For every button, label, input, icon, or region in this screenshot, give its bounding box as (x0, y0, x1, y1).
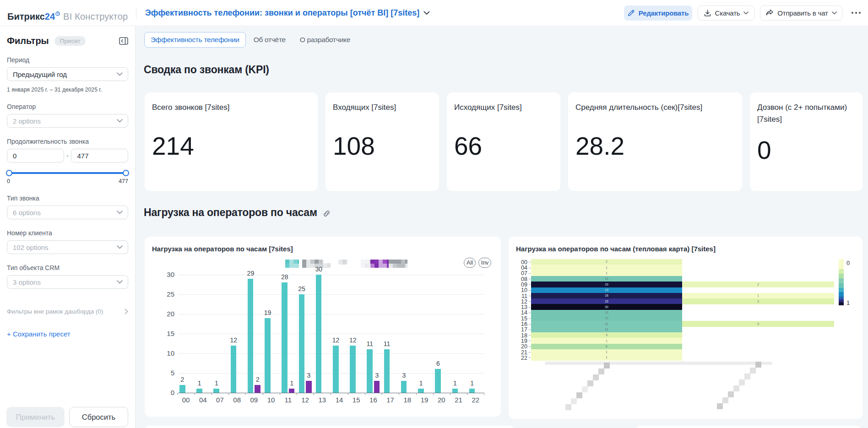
gridline (178, 353, 484, 354)
bar-series-1 (469, 389, 475, 393)
heatmap-x-label-redacted-2 (755, 362, 761, 368)
y-axis-label: 10 (159, 350, 174, 357)
bar-value-label: 3 (396, 372, 412, 379)
gridline (178, 314, 484, 314)
colorbar-step (839, 269, 844, 274)
bar-value-label: 2 (249, 376, 266, 383)
more-menu-button[interactable] (851, 9, 862, 16)
heatmap-row-tick (529, 307, 531, 308)
x-axis-label: 15 (348, 396, 364, 404)
bar-series-1 (401, 381, 407, 393)
tab-active[interactable]: Эффективность телефонии (144, 32, 246, 48)
collapse-sidebar-button[interactable] (119, 37, 128, 45)
heatmap-row-label: 22 (511, 355, 527, 361)
kpi-card-label: Исходящих [7sites] (454, 102, 553, 114)
filter-select[interactable]: Предыдущий год (7, 67, 128, 81)
heatmap-x-label-redacted-2 (739, 379, 745, 385)
bitrix24-logo: Битрикс24BI Конструктор (7, 8, 128, 22)
dot (852, 12, 853, 14)
bar-series-1 (367, 349, 373, 393)
x-axis-tick (212, 393, 212, 395)
kpi-card: Всего звонков [7sites]214 (145, 92, 318, 191)
heatmap-x-label-redacted-1 (576, 392, 582, 398)
heatmap-title: Нагрузка на операторов по часам (теплова… (516, 245, 716, 253)
duration-range-row: 0-477 (7, 149, 128, 163)
bar-value-label: 11 (379, 340, 396, 347)
send-to-chat-button[interactable]: Отправить в чат (760, 5, 842, 21)
slider-track (7, 172, 128, 174)
duration-max-input[interactable]: 477 (71, 149, 128, 163)
filter-select[interactable]: 2 options (7, 114, 128, 128)
redacted-pixel (298, 264, 299, 268)
heatmap-cell-value: 11 (602, 328, 611, 331)
x-axis-label: 13 (314, 396, 331, 404)
filter-select[interactable]: 3 options (7, 275, 128, 289)
reset-button[interactable]: Сбросить (69, 407, 128, 427)
duration-slider[interactable] (7, 169, 128, 177)
x-axis-tick (365, 393, 365, 395)
redacted-pixel (315, 260, 319, 264)
x-axis-label: 10 (263, 396, 279, 404)
heatmap-row-tick (529, 279, 531, 279)
heatmap-cell-value: 3 (754, 300, 763, 303)
redacted-pixel (310, 260, 315, 264)
slider-min-label: 0 (7, 178, 10, 184)
bar-value-label: 28 (276, 273, 293, 281)
chevron-down-icon (743, 11, 749, 15)
filter-select[interactable]: 102 options (7, 240, 128, 254)
x-axis-tick (245, 393, 246, 395)
redacted-pixel (393, 264, 397, 268)
heatmap-cell-value: 19 (602, 288, 611, 292)
kpi-card-label: Входящих [7sites] (333, 102, 432, 114)
heatmap-x-label-redacted-1 (571, 398, 577, 404)
x-axis-tick (297, 393, 297, 395)
slider-handle-max[interactable] (123, 170, 129, 176)
bar-value-label: 1 (208, 379, 225, 387)
edit-button[interactable]: Редактировать (624, 5, 692, 21)
dashboard-main: Эффективность телефонииОб отчётеО разраб… (136, 26, 868, 428)
bar-value-label: 1 (464, 379, 481, 387)
chart-filter-all-button[interactable]: All (464, 258, 476, 268)
filter-select[interactable]: 6 options (7, 206, 128, 219)
apply-button[interactable]: Применить (6, 407, 65, 427)
heatmap-cell-value: 1 (602, 271, 611, 275)
save-preset-link[interactable]: + Сохранить пресет (7, 330, 71, 338)
slider-handle-min[interactable] (6, 170, 12, 176)
x-axis-tick (195, 393, 195, 395)
heatmap-cell-value: 6 (602, 345, 611, 348)
report-title-dropdown[interactable]: Эффективность телефонии: звонки и операт… (145, 8, 430, 18)
heatmap-x-label-redacted-1 (598, 368, 604, 374)
heatmap-cell-value: 28 (602, 294, 611, 297)
link-icon[interactable] (323, 210, 331, 217)
x-axis-tick (177, 393, 178, 395)
heatmap-x-label-redacted-1 (587, 380, 593, 386)
colorbar-step (839, 302, 844, 305)
heatmap-cell-value: 1 (754, 294, 763, 297)
heatmap-x-label-redacted-2 (728, 391, 734, 397)
redacted-pixel (405, 264, 407, 268)
dot (855, 12, 857, 14)
kpi-card-value: 108 (333, 131, 432, 161)
outer-filters-row[interactable]: Фильтры вне рамок дашборда (0) (7, 308, 128, 315)
chevron-down-icon (117, 245, 123, 249)
legend-swatch-series-1 (285, 260, 299, 268)
tab-inactive[interactable]: О разработчике (293, 32, 357, 48)
redacted-pixel (374, 260, 379, 264)
x-axis-tick (280, 393, 280, 395)
next-section-card-right (636, 426, 861, 428)
tab-inactive[interactable]: Об отчёте (247, 32, 292, 48)
download-button[interactable]: Скачать (698, 5, 754, 21)
redacted-pixel (383, 264, 387, 268)
heatmap-x-label-redacted-2 (722, 397, 728, 403)
y-axis-label: 30 (159, 271, 174, 278)
colorbar-step (839, 283, 844, 288)
x-axis-tick (348, 393, 348, 395)
redacted-pixel (289, 264, 293, 268)
x-axis-tick (416, 393, 417, 395)
bar-value-label: 19 (259, 309, 276, 316)
duration-min-input[interactable]: 0 (7, 149, 64, 163)
chart-filter-inv-button[interactable]: Inv (478, 258, 491, 268)
heatmap-x-label-redacted-2 (750, 368, 756, 374)
heatmap-x-label-redacted-2 (744, 374, 750, 379)
bar-chart-card: Нагрузка на операторов по часам [7sites]… (145, 237, 501, 417)
